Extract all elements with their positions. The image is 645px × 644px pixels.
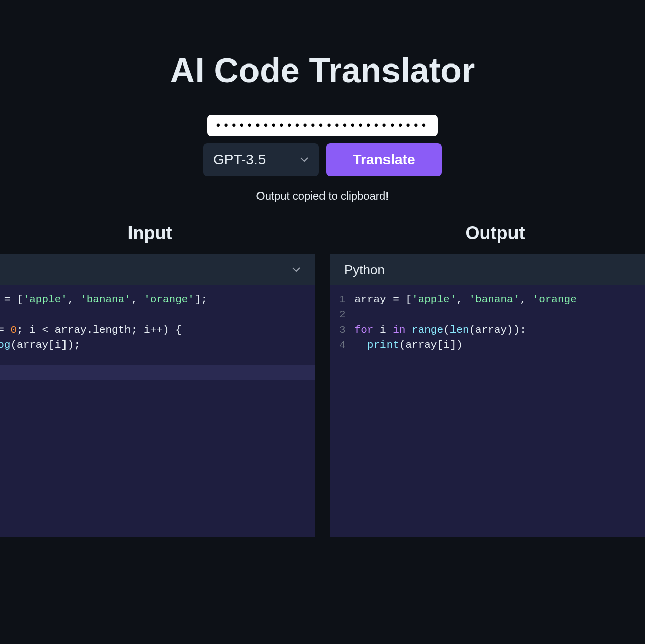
model-select-label: GPT-3.5 [213, 152, 266, 168]
input-panel-label: Input [0, 223, 315, 244]
input-code-editor[interactable]: ay = ['apple', 'banana', 'orange']; i = … [0, 285, 315, 537]
output-language-select[interactable]: Python [330, 254, 645, 285]
chevron-down-icon [292, 265, 301, 274]
output-panel: Output Python 1234 array = ['apple', 'ba… [330, 223, 645, 537]
output-panel-label: Output [330, 223, 645, 244]
line-numbers: 1234 [330, 292, 355, 353]
input-panel: Input ay = ['apple', 'banana', 'orange']… [0, 223, 315, 537]
status-message: Output copied to clipboard! [256, 189, 389, 203]
model-select[interactable]: GPT-3.5 [203, 143, 319, 176]
chevron-down-icon [300, 155, 309, 164]
api-key-input[interactable] [207, 115, 438, 136]
output-language-label: Python [344, 262, 385, 278]
page-title: AI Code Translator [170, 50, 475, 90]
translate-button[interactable]: Translate [326, 143, 442, 176]
code-content: ay = ['apple', 'banana', 'orange']; i = … [0, 292, 315, 353]
code-content: array = ['apple', 'banana', 'orange for … [355, 292, 645, 353]
output-code-editor[interactable]: 1234 array = ['apple', 'banana', 'orange… [330, 285, 645, 537]
input-language-select[interactable] [0, 254, 315, 285]
